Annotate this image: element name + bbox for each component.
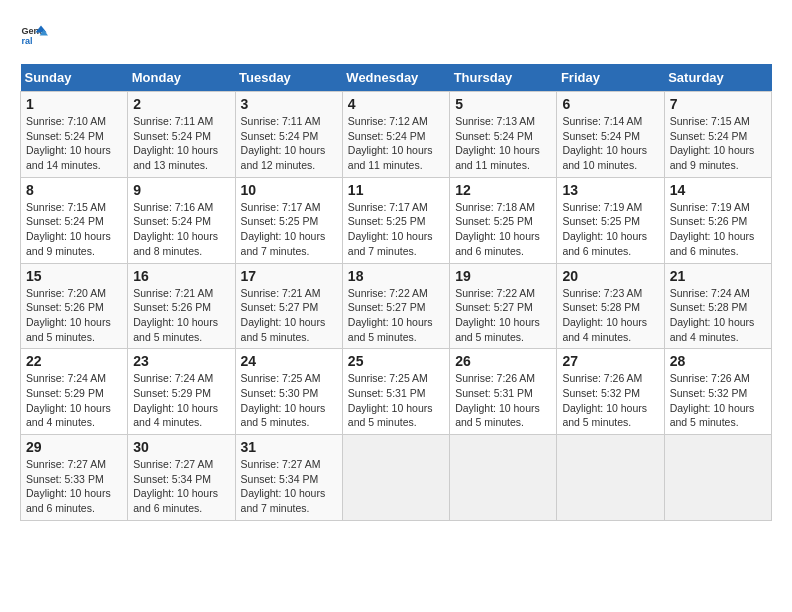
calendar-day-cell: 25Sunrise: 7:25 AMSunset: 5:31 PMDayligh…: [342, 349, 449, 435]
calendar-week-row: 15Sunrise: 7:20 AMSunset: 5:26 PMDayligh…: [21, 263, 772, 349]
calendar-body: 1Sunrise: 7:10 AMSunset: 5:24 PMDaylight…: [21, 92, 772, 521]
calendar-day-cell: 6Sunrise: 7:14 AMSunset: 5:24 PMDaylight…: [557, 92, 664, 178]
day-info: Sunrise: 7:26 AMSunset: 5:31 PMDaylight:…: [455, 371, 551, 430]
day-info: Sunrise: 7:22 AMSunset: 5:27 PMDaylight:…: [455, 286, 551, 345]
day-info: Sunrise: 7:21 AMSunset: 5:26 PMDaylight:…: [133, 286, 229, 345]
day-number: 2: [133, 96, 229, 112]
calendar-week-row: 22Sunrise: 7:24 AMSunset: 5:29 PMDayligh…: [21, 349, 772, 435]
day-info: Sunrise: 7:15 AMSunset: 5:24 PMDaylight:…: [670, 114, 766, 173]
day-info: Sunrise: 7:19 AMSunset: 5:25 PMDaylight:…: [562, 200, 658, 259]
header-day: Friday: [557, 64, 664, 92]
calendar-day-cell: 10Sunrise: 7:17 AMSunset: 5:25 PMDayligh…: [235, 177, 342, 263]
day-info: Sunrise: 7:23 AMSunset: 5:28 PMDaylight:…: [562, 286, 658, 345]
day-info: Sunrise: 7:25 AMSunset: 5:30 PMDaylight:…: [241, 371, 337, 430]
day-info: Sunrise: 7:17 AMSunset: 5:25 PMDaylight:…: [348, 200, 444, 259]
day-number: 14: [670, 182, 766, 198]
day-info: Sunrise: 7:26 AMSunset: 5:32 PMDaylight:…: [670, 371, 766, 430]
day-number: 15: [26, 268, 122, 284]
day-info: Sunrise: 7:24 AMSunset: 5:29 PMDaylight:…: [133, 371, 229, 430]
day-info: Sunrise: 7:18 AMSunset: 5:25 PMDaylight:…: [455, 200, 551, 259]
calendar-day-cell: 12Sunrise: 7:18 AMSunset: 5:25 PMDayligh…: [450, 177, 557, 263]
day-info: Sunrise: 7:14 AMSunset: 5:24 PMDaylight:…: [562, 114, 658, 173]
calendar-day-cell: [450, 435, 557, 521]
calendar-day-cell: 20Sunrise: 7:23 AMSunset: 5:28 PMDayligh…: [557, 263, 664, 349]
day-info: Sunrise: 7:11 AMSunset: 5:24 PMDaylight:…: [241, 114, 337, 173]
day-info: Sunrise: 7:27 AMSunset: 5:34 PMDaylight:…: [133, 457, 229, 516]
day-info: Sunrise: 7:22 AMSunset: 5:27 PMDaylight:…: [348, 286, 444, 345]
logo-icon: Gene ral: [20, 20, 48, 48]
calendar-day-cell: 22Sunrise: 7:24 AMSunset: 5:29 PMDayligh…: [21, 349, 128, 435]
day-info: Sunrise: 7:13 AMSunset: 5:24 PMDaylight:…: [455, 114, 551, 173]
header-day: Tuesday: [235, 64, 342, 92]
day-info: Sunrise: 7:12 AMSunset: 5:24 PMDaylight:…: [348, 114, 444, 173]
day-number: 13: [562, 182, 658, 198]
header-day: Thursday: [450, 64, 557, 92]
calendar-week-row: 8Sunrise: 7:15 AMSunset: 5:24 PMDaylight…: [21, 177, 772, 263]
header-day: Saturday: [664, 64, 771, 92]
day-info: Sunrise: 7:17 AMSunset: 5:25 PMDaylight:…: [241, 200, 337, 259]
day-number: 26: [455, 353, 551, 369]
header-day: Sunday: [21, 64, 128, 92]
day-info: Sunrise: 7:20 AMSunset: 5:26 PMDaylight:…: [26, 286, 122, 345]
svg-text:ral: ral: [21, 36, 32, 46]
day-number: 24: [241, 353, 337, 369]
calendar-day-cell: 31Sunrise: 7:27 AMSunset: 5:34 PMDayligh…: [235, 435, 342, 521]
calendar-week-row: 1Sunrise: 7:10 AMSunset: 5:24 PMDaylight…: [21, 92, 772, 178]
calendar-day-cell: 1Sunrise: 7:10 AMSunset: 5:24 PMDaylight…: [21, 92, 128, 178]
calendar-day-cell: 9Sunrise: 7:16 AMSunset: 5:24 PMDaylight…: [128, 177, 235, 263]
page-header: Gene ral: [20, 20, 772, 48]
calendar-day-cell: 4Sunrise: 7:12 AMSunset: 5:24 PMDaylight…: [342, 92, 449, 178]
calendar-day-cell: 30Sunrise: 7:27 AMSunset: 5:34 PMDayligh…: [128, 435, 235, 521]
day-number: 8: [26, 182, 122, 198]
day-number: 1: [26, 96, 122, 112]
day-number: 27: [562, 353, 658, 369]
day-number: 5: [455, 96, 551, 112]
day-number: 12: [455, 182, 551, 198]
calendar-day-cell: 16Sunrise: 7:21 AMSunset: 5:26 PMDayligh…: [128, 263, 235, 349]
day-number: 30: [133, 439, 229, 455]
calendar-table: SundayMondayTuesdayWednesdayThursdayFrid…: [20, 64, 772, 521]
calendar-day-cell: 17Sunrise: 7:21 AMSunset: 5:27 PMDayligh…: [235, 263, 342, 349]
day-number: 16: [133, 268, 229, 284]
calendar-day-cell: 19Sunrise: 7:22 AMSunset: 5:27 PMDayligh…: [450, 263, 557, 349]
header-row: SundayMondayTuesdayWednesdayThursdayFrid…: [21, 64, 772, 92]
day-info: Sunrise: 7:26 AMSunset: 5:32 PMDaylight:…: [562, 371, 658, 430]
day-number: 28: [670, 353, 766, 369]
header-day: Monday: [128, 64, 235, 92]
day-info: Sunrise: 7:24 AMSunset: 5:29 PMDaylight:…: [26, 371, 122, 430]
calendar-day-cell: [664, 435, 771, 521]
day-number: 17: [241, 268, 337, 284]
day-number: 18: [348, 268, 444, 284]
calendar-day-cell: 14Sunrise: 7:19 AMSunset: 5:26 PMDayligh…: [664, 177, 771, 263]
day-number: 7: [670, 96, 766, 112]
day-info: Sunrise: 7:24 AMSunset: 5:28 PMDaylight:…: [670, 286, 766, 345]
day-number: 11: [348, 182, 444, 198]
day-info: Sunrise: 7:25 AMSunset: 5:31 PMDaylight:…: [348, 371, 444, 430]
calendar-day-cell: 8Sunrise: 7:15 AMSunset: 5:24 PMDaylight…: [21, 177, 128, 263]
day-info: Sunrise: 7:15 AMSunset: 5:24 PMDaylight:…: [26, 200, 122, 259]
calendar-day-cell: 18Sunrise: 7:22 AMSunset: 5:27 PMDayligh…: [342, 263, 449, 349]
day-number: 9: [133, 182, 229, 198]
day-info: Sunrise: 7:16 AMSunset: 5:24 PMDaylight:…: [133, 200, 229, 259]
day-number: 23: [133, 353, 229, 369]
calendar-day-cell: 2Sunrise: 7:11 AMSunset: 5:24 PMDaylight…: [128, 92, 235, 178]
calendar-day-cell: [342, 435, 449, 521]
calendar-day-cell: 7Sunrise: 7:15 AMSunset: 5:24 PMDaylight…: [664, 92, 771, 178]
day-info: Sunrise: 7:27 AMSunset: 5:33 PMDaylight:…: [26, 457, 122, 516]
calendar-day-cell: 3Sunrise: 7:11 AMSunset: 5:24 PMDaylight…: [235, 92, 342, 178]
calendar-day-cell: 23Sunrise: 7:24 AMSunset: 5:29 PMDayligh…: [128, 349, 235, 435]
day-info: Sunrise: 7:21 AMSunset: 5:27 PMDaylight:…: [241, 286, 337, 345]
calendar-day-cell: 11Sunrise: 7:17 AMSunset: 5:25 PMDayligh…: [342, 177, 449, 263]
calendar-day-cell: [557, 435, 664, 521]
day-number: 3: [241, 96, 337, 112]
calendar-header: SundayMondayTuesdayWednesdayThursdayFrid…: [21, 64, 772, 92]
calendar-day-cell: 28Sunrise: 7:26 AMSunset: 5:32 PMDayligh…: [664, 349, 771, 435]
day-info: Sunrise: 7:10 AMSunset: 5:24 PMDaylight:…: [26, 114, 122, 173]
day-number: 22: [26, 353, 122, 369]
header-day: Wednesday: [342, 64, 449, 92]
day-number: 4: [348, 96, 444, 112]
day-info: Sunrise: 7:11 AMSunset: 5:24 PMDaylight:…: [133, 114, 229, 173]
day-number: 20: [562, 268, 658, 284]
day-number: 29: [26, 439, 122, 455]
calendar-day-cell: 27Sunrise: 7:26 AMSunset: 5:32 PMDayligh…: [557, 349, 664, 435]
